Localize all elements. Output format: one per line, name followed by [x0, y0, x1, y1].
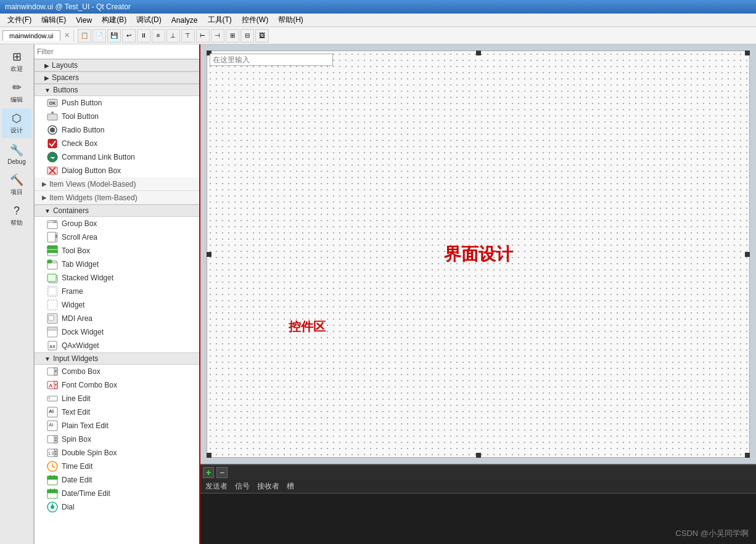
- widget-check-box[interactable]: Check Box: [35, 137, 199, 150]
- widget-radio-button[interactable]: Radio Button: [35, 123, 199, 137]
- svg-rect-21: [47, 250, 57, 253]
- widget-qax[interactable]: AX QAxWidget: [35, 339, 199, 352]
- menu-view[interactable]: View: [71, 15, 97, 26]
- handle-tc[interactable]: [476, 51, 481, 55]
- widget-time-edit[interactable]: Time Edit: [35, 460, 199, 473]
- toolbar-btn-9[interactable]: ⊢: [196, 29, 210, 43]
- canvas-input[interactable]: [210, 54, 333, 66]
- design-area-wrapper: 界面设计 控件区 + − 发送者 信号 接收者 槽: [200, 44, 756, 544]
- svg-rect-31: [49, 315, 54, 320]
- main-layout: ⊞ 欢迎 ✏ 编辑 ⬡ 设计 🔧 Debug 🔨 项目 ? 帮助: [0, 44, 756, 544]
- toolbar-btn-3[interactable]: 💾: [107, 29, 121, 43]
- menu-file[interactable]: 文件(F): [2, 14, 36, 26]
- widget-line-edit[interactable]: Line Edit: [35, 392, 199, 405]
- subcategory-item-widgets[interactable]: ▶ Item Widgets (Item-Based): [35, 191, 199, 205]
- toolbar-btn-6[interactable]: ≡: [152, 29, 165, 43]
- category-layouts[interactable]: ▶ Layouts: [35, 59, 199, 71]
- toolbar-btn-4[interactable]: ↩: [122, 29, 136, 43]
- menu-build[interactable]: 构建(B): [97, 14, 131, 26]
- widget-scroll-area[interactable]: Scroll Area: [35, 230, 199, 244]
- sidebar-label-design: 设计: [10, 126, 23, 135]
- menu-help[interactable]: 帮助(H): [273, 14, 308, 26]
- widget-frame[interactable]: Frame: [35, 285, 199, 298]
- menu-edit[interactable]: 编辑(E): [36, 14, 71, 26]
- sidebar-debug[interactable]: 🔧 Debug: [2, 139, 31, 169]
- toolbar-btn-8[interactable]: ⊤: [181, 29, 195, 43]
- toolbar-btn-2[interactable]: 📄: [92, 29, 106, 43]
- handle-br[interactable]: [745, 453, 750, 458]
- handle-ml[interactable]: [207, 252, 212, 257]
- widget-tab-widget[interactable]: Tab Widget: [35, 258, 199, 271]
- handle-tr[interactable]: [745, 51, 750, 55]
- widget-double-spin[interactable]: 1.0 Double Spin Box: [35, 446, 199, 460]
- bottom-add-btn[interactable]: +: [203, 467, 214, 478]
- subcategory-item-views[interactable]: ▶ Item Views (Model-Based): [35, 177, 199, 191]
- svg-rect-43: [47, 396, 57, 401]
- handle-mr[interactable]: [745, 252, 750, 257]
- widget-date-edit[interactable]: Date Edit: [35, 473, 199, 487]
- bottom-tab-slot[interactable]: 槽: [287, 480, 294, 493]
- widget-command-link[interactable]: Command Link Button: [35, 150, 199, 164]
- widget-datetime-edit[interactable]: Date/Time Edit: [35, 487, 199, 500]
- svg-rect-26: [47, 274, 56, 282]
- sidebar-label-welcome: 欢迎: [10, 65, 23, 73]
- menu-tools[interactable]: 工具(T): [203, 14, 237, 26]
- svg-rect-23: [47, 260, 52, 263]
- widget-mdi-area[interactable]: MDI Area: [35, 312, 199, 325]
- widget-spin-box[interactable]: Spin Box: [35, 432, 199, 446]
- toolbar-btn-13[interactable]: 🖼: [255, 29, 269, 43]
- menu-debug[interactable]: 调试(D): [131, 14, 166, 26]
- design-canvas[interactable]: 界面设计 控件区: [207, 51, 750, 458]
- toolbar-btn-5[interactable]: ⏸: [137, 29, 150, 43]
- menu-analyze[interactable]: Analyze: [166, 15, 203, 26]
- svg-point-3: [51, 112, 54, 114]
- sidebar-help[interactable]: ? 帮助: [2, 201, 31, 230]
- bottom-tab-receiver[interactable]: 接收者: [257, 480, 279, 493]
- svg-text:AX: AX: [49, 344, 55, 349]
- widget-push-button[interactable]: OK Push Button: [35, 96, 199, 110]
- category-buttons[interactable]: ▼ Buttons: [35, 84, 199, 96]
- toolbar-btn-11[interactable]: ⊞: [226, 29, 239, 43]
- handle-bc[interactable]: [476, 453, 481, 458]
- bottom-remove-btn[interactable]: −: [216, 467, 228, 478]
- svg-rect-62: [47, 476, 57, 479]
- sidebar-project[interactable]: 🔨 项目: [2, 170, 31, 200]
- toolbar-btn-10[interactable]: ⊣: [211, 29, 224, 43]
- category-spacers[interactable]: ▶ Spacers: [35, 71, 199, 84]
- widget-stacked[interactable]: Stacked Widget: [35, 271, 199, 285]
- sidebar-welcome[interactable]: ⊞ 欢迎: [2, 47, 31, 76]
- widget-dial[interactable]: Dial: [35, 500, 199, 514]
- sidebar-edit[interactable]: ✏ 编辑: [2, 78, 31, 107]
- bottom-tab-sender[interactable]: 发送者: [205, 480, 228, 493]
- widget-dialog-button[interactable]: Dialog Button Box: [35, 164, 199, 177]
- widget-group-box[interactable]: GB Group Box: [35, 217, 199, 230]
- left-sidebar: ⊞ 欢迎 ✏ 编辑 ⬡ 设计 🔧 Debug 🔨 项目 ? 帮助: [0, 44, 34, 544]
- category-input-widgets[interactable]: ▼ Input Widgets: [35, 352, 199, 365]
- widget-tool-box[interactable]: Tool Box: [35, 244, 199, 258]
- svg-point-5: [50, 128, 55, 132]
- toolbar-btn-7[interactable]: ⊥: [166, 29, 180, 43]
- bottom-tab-signal[interactable]: 信号: [235, 480, 250, 493]
- svg-text:AI: AI: [49, 422, 54, 428]
- svg-text:AI: AI: [49, 408, 54, 414]
- filter-input[interactable]: [37, 47, 197, 56]
- svg-text:A: A: [49, 383, 53, 389]
- bottom-tabs: 发送者 信号 接收者 槽: [200, 480, 756, 493]
- widget-font-combo[interactable]: A Font Combo Box: [35, 378, 199, 392]
- widget-dock[interactable]: Dock Widget: [35, 325, 199, 339]
- handle-bl[interactable]: [207, 453, 212, 458]
- category-containers[interactable]: ▼ Containers: [35, 205, 199, 217]
- widget-text-edit[interactable]: AI Text Edit: [35, 405, 199, 419]
- sidebar-label-debug: Debug: [7, 158, 25, 165]
- toolbar-btn-1[interactable]: 📋: [78, 29, 91, 43]
- menu-controls[interactable]: 控件(W): [237, 14, 273, 26]
- widget-plain-text[interactable]: AI Plain Text Edit: [35, 419, 199, 432]
- watermark: CSDN @小吴同学啊: [675, 528, 749, 539]
- widget-combo-box[interactable]: Combo Box: [35, 365, 199, 378]
- widget-tool-button[interactable]: Tool Button: [35, 110, 199, 123]
- sidebar-design[interactable]: ⬡ 设计: [2, 108, 31, 138]
- toolbar-btn-12[interactable]: ⊟: [240, 29, 254, 43]
- widget-widget[interactable]: Widget: [35, 298, 199, 312]
- file-tab[interactable]: mainwindow.ui: [2, 30, 60, 41]
- filter-bar: [35, 44, 199, 59]
